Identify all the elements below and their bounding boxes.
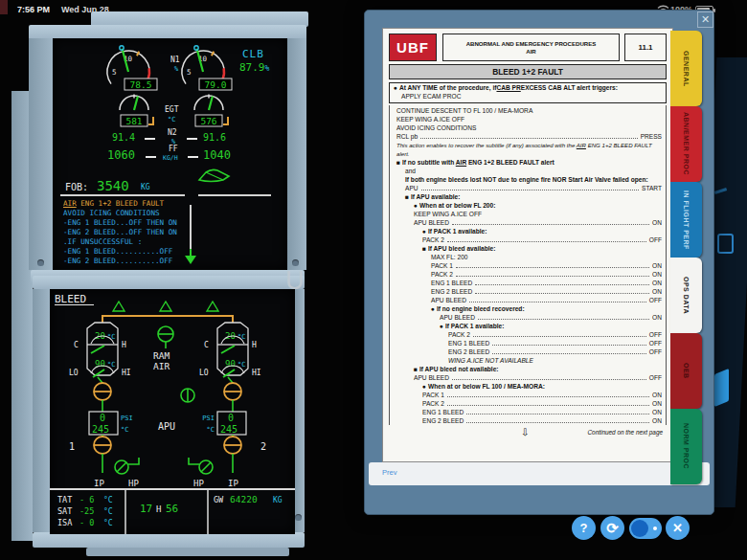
tab-abn-emer-proc[interactable]: ABN/EMER PROC — [670, 106, 702, 182]
gross-weight-block: GW 64220 KG — [214, 494, 283, 504]
qrh-page-number: 11.1 — [624, 34, 667, 61]
procedure-callout-box: ●At ANY TIME of the procedure, if CAB PR… — [389, 82, 667, 103]
svg-text:78.5: 78.5 — [130, 79, 152, 90]
display-toggle-switch[interactable] — [629, 518, 662, 539]
eng-2-bleed-valve: 2 — [224, 435, 266, 473]
procedure-line: ENG 2 BLEEDOFF — [394, 347, 662, 356]
procedure-line: WING A.ICE NOT AVAILABLE — [394, 356, 662, 365]
procedure-line: APU BLEEDOFF — [394, 296, 662, 304]
procedure-line: APU BLEEDON — [394, 218, 662, 227]
procedure-line: ●When at or below FL 100 / MEA-MORA: — [394, 382, 662, 391]
procedure-line: ■If APU bleed available: — [394, 244, 662, 253]
svg-text:- 6: - 6 — [79, 495, 94, 504]
procedure-line: ■If no subtitle with AIR ENG 1+2 BLEED F… — [394, 158, 662, 167]
thrust-mode-value: 87.9% — [239, 61, 269, 74]
refresh-button[interactable]: ⟳ — [600, 516, 624, 540]
display-bezel — [86, 548, 289, 556]
display-bezel — [295, 289, 305, 532]
crossbleed-valve — [181, 389, 194, 402]
clock-time: 7:56 PM — [17, 5, 50, 14]
display-bezel — [287, 38, 306, 270]
svg-text:KG: KG — [273, 496, 283, 504]
pager-bar: Prev Next — [369, 462, 710, 485]
ff-label: FF — [169, 145, 178, 153]
svg-text:0: 0 — [228, 413, 234, 423]
n1-gauge-eng1: 5 10 78.5 — [102, 43, 161, 93]
svg-text:C: C — [204, 341, 209, 349]
upper-ecam-display[interactable]: 5 10 78.5 5 10 79.0 N1 % CLB 87.9% — [53, 38, 287, 270]
tab-in-flight-perf[interactable]: IN FLIGHT PERF — [670, 182, 702, 258]
pack-1-unit: 20 °C C H 90 °C LO HI — [69, 323, 131, 377]
svg-text:ISA: ISA — [57, 518, 72, 527]
overflow-arrow-head — [185, 256, 196, 264]
egt-gauge-eng1: 581 — [107, 93, 161, 133]
tab-oeb[interactable]: OEB — [670, 333, 702, 409]
procedure-line: ■If APU available: — [394, 192, 662, 201]
ecam-message: -ENG 1 BLEED..........OFF — [63, 247, 177, 257]
qrh-panel: ✕ UBF ABNORMAL AND EMERGENCY PROCEDURES … — [364, 10, 714, 515]
tab-ops-data[interactable]: OPS DATA — [670, 258, 702, 333]
svg-text:LO: LO — [69, 369, 79, 377]
svg-text:245: 245 — [220, 424, 238, 435]
tab-norm-proc[interactable]: NORM PROC — [670, 409, 702, 484]
ram-air-valve: RAM AIR — [153, 326, 173, 371]
close-panel-button[interactable]: ✕ — [666, 516, 690, 540]
qrh-section-title: ABNORMAL AND EMERGENCY PROCEDURES AIR — [442, 34, 620, 61]
clock-block: 17 H 56 — [140, 503, 178, 515]
screen: 7:56 PM Wed Jun 28 100% 5 10 78.5 — [0, 0, 747, 560]
svg-text:5: 5 — [187, 68, 192, 77]
svg-text:°C: °C — [207, 426, 215, 434]
display-bezel — [33, 289, 50, 532]
eng-2-bleed-readout: 0 PSI 245 °C — [202, 412, 246, 435]
procedure-line: PACK 2ON — [394, 270, 662, 279]
qrh-section-tabs: GENERALABN/EMER PROCIN FLIGHT PERFOPS DA… — [670, 31, 702, 484]
svg-text:245: 245 — [92, 424, 109, 435]
bleed-title: BLEED — [55, 293, 86, 305]
procedure-line: PACK 1ON — [394, 261, 662, 270]
lower-ecam-display[interactable]: BLEED 20 °C C H 90 °C LO — [50, 289, 295, 534]
procedure-line: This action enables to recover the subti… — [394, 141, 662, 158]
procedure-line: MAX FL: 200 — [394, 253, 662, 261]
hp-valve-eng2 — [189, 458, 213, 474]
bezel-screw — [37, 259, 44, 266]
svg-text:°C: °C — [103, 507, 113, 516]
procedure-line: KEEP WING A.ICE OFF — [394, 115, 662, 123]
ecam-message: -ENG 1 BLEED...OFF THEN ON — [63, 218, 177, 228]
ecam-message: .IF UNSUCCESSFUL : — [63, 237, 177, 247]
ip-label-left: IP — [94, 479, 104, 488]
svg-text:°C: °C — [103, 519, 113, 527]
svg-text:C: C — [74, 341, 79, 349]
procedure-line: If both engine bleeds lost NOT due to en… — [394, 175, 662, 184]
svg-text:HI: HI — [122, 369, 131, 377]
procedure-line: ●If PACK 1 available: — [394, 322, 662, 330]
continued-note: Continued on the next page — [587, 429, 663, 436]
eng-1-bleed-valve: 1 — [69, 435, 111, 473]
procedure-line: and — [394, 167, 662, 175]
memo-divider-line — [190, 205, 192, 249]
svg-text:- 0: - 0 — [79, 518, 94, 527]
svg-text:576: 576 — [200, 116, 216, 126]
procedure-line: ●When at or below FL 200: — [394, 201, 662, 210]
apu-label: APU — [158, 421, 175, 432]
n1-unit: % — [174, 65, 178, 73]
display-bezel — [33, 532, 305, 548]
prev-page-button[interactable]: Prev — [382, 468, 396, 477]
procedure-line: APU BLEEDOFF — [394, 373, 662, 382]
svg-text:PSI: PSI — [202, 414, 215, 422]
panel-close-button[interactable]: ✕ — [697, 11, 713, 28]
tab-general[interactable]: GENERAL — [670, 31, 702, 106]
ff-unit: KG/H — [163, 154, 178, 162]
divider — [60, 194, 185, 196]
thrust-mode: CLB — [242, 48, 264, 60]
help-button[interactable]: ? — [572, 516, 596, 540]
fob-unit: KG — [141, 183, 150, 191]
procedure-line: ■If APU bleed not available: — [394, 365, 662, 373]
bezel-screw — [295, 514, 302, 521]
background-cockpit-shape — [717, 234, 734, 254]
temperature-block: TAT - 6 °C SAT -25 °C ISA - 0 °C — [57, 495, 113, 527]
procedure-line: ENG 1 BLEEDON — [394, 408, 662, 416]
procedure-line: ●If no engine bleed recovered: — [394, 304, 662, 313]
svg-text:°C: °C — [121, 426, 128, 434]
qrh-page[interactable]: UBF ABNORMAL AND EMERGENCY PROCEDURES AI… — [382, 28, 673, 462]
n1-gauge-eng2: 5 10 79.0 — [176, 43, 236, 93]
